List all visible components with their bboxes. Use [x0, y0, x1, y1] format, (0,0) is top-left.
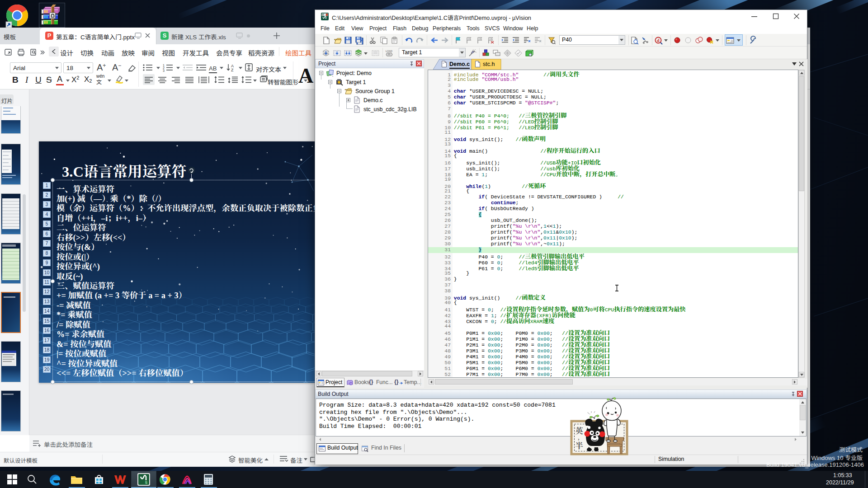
svg-text:V: V — [322, 13, 324, 16]
svg-text:3: 3 — [163, 69, 165, 72]
svg-text:”: ” — [618, 423, 619, 426]
svg-text:LOAD: LOAD — [386, 50, 392, 52]
svg-text:半: 半 — [575, 439, 583, 451]
svg-text:Z: Z — [231, 68, 234, 72]
svg-text:d: d — [657, 38, 660, 43]
svg-text:5: 5 — [145, 480, 147, 485]
